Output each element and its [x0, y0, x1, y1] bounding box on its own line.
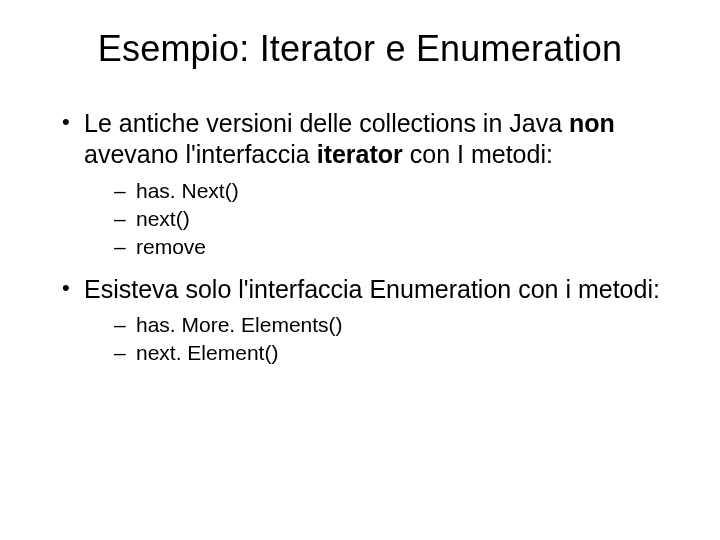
bullet-text: Esisteva solo l'interfaccia Enumeration …	[84, 275, 660, 303]
list-item: remove	[114, 233, 672, 261]
list-item: Esisteva solo l'interfaccia Enumeration …	[56, 274, 672, 368]
bullet-text: Le antiche versioni delle collections in…	[84, 109, 569, 137]
list-item: next()	[114, 205, 672, 233]
bullet-text: con I metodi:	[403, 140, 553, 168]
list-item: next. Element()	[114, 339, 672, 367]
bullet-list: Le antiche versioni delle collections in…	[48, 108, 672, 367]
bullet-bold: non	[569, 109, 615, 137]
bullet-text: avevano l'interfaccia	[84, 140, 317, 168]
bullet-bold: iterator	[317, 140, 403, 168]
list-item: Le antiche versioni delle collections in…	[56, 108, 672, 262]
sub-list: has. Next() next() remove	[84, 177, 672, 262]
sub-list: has. More. Elements() next. Element()	[84, 311, 672, 368]
list-item: has. Next()	[114, 177, 672, 205]
list-item: has. More. Elements()	[114, 311, 672, 339]
slide-title: Esempio: Iterator e Enumeration	[48, 28, 672, 70]
